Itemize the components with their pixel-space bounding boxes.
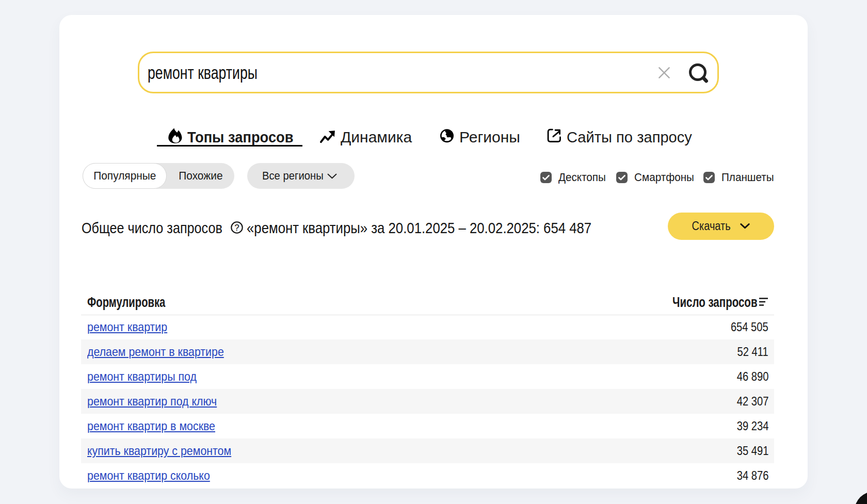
svg-text:?: ? (234, 223, 239, 233)
